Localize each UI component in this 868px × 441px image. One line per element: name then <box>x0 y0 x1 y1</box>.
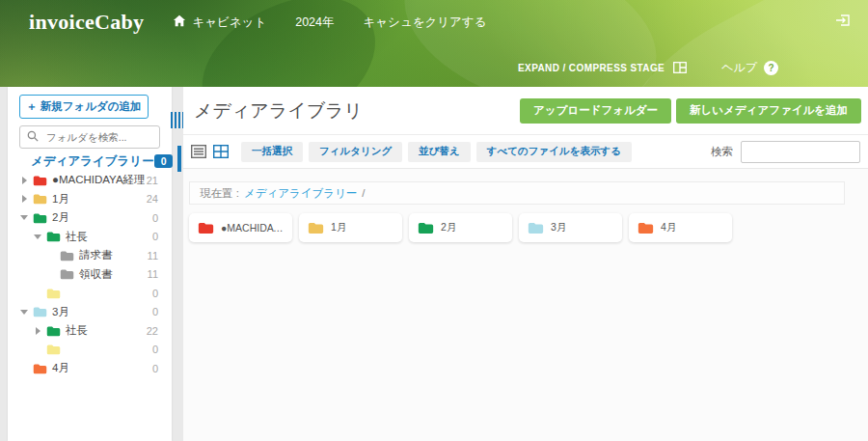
toolbar-buttons: 一括選択フィルタリング並び替えすべてのファイルを表示する <box>235 142 632 162</box>
folder-icon <box>418 221 434 234</box>
folder-icon <box>46 325 61 337</box>
folder-icon <box>46 344 61 355</box>
help-icon: ? <box>764 61 778 75</box>
media-toolbar: 一括選択フィルタリング並び替えすべてのファイルを表示する 検索 <box>183 135 868 169</box>
folder-icon <box>60 250 74 262</box>
drag-handle-icon[interactable] <box>171 112 184 128</box>
chevron-right-icon[interactable] <box>19 195 29 203</box>
folder-icon <box>46 231 61 242</box>
tree-item-label: 3月 <box>52 305 69 319</box>
folder-icon <box>198 221 214 234</box>
tree-item-1月[interactable]: 1月24 <box>8 190 172 209</box>
tree-item-count: 0 <box>152 288 158 299</box>
tree-item-label: 2月 <box>52 210 69 225</box>
tree-item-count: 0 <box>152 306 158 317</box>
expand-compress-stage-button[interactable]: EXPAND / COMPRESS STAGE <box>518 62 687 75</box>
chevron-down-icon[interactable] <box>33 234 42 239</box>
chevron-down-icon[interactable] <box>19 215 29 220</box>
tree-item-請求書[interactable]: 請求書11 <box>8 246 172 265</box>
chevron-right-icon[interactable] <box>19 177 29 184</box>
folder-icon <box>33 212 47 224</box>
folder-sidebar: ＋ 新規フォルダの追加 メディアライブラリー 0 ●MACHIDAYA経理211… <box>8 87 172 441</box>
tree-item-2月[interactable]: 2月0 <box>8 208 172 228</box>
search-icon <box>27 128 39 146</box>
folder-search-input[interactable] <box>44 130 152 144</box>
folder-cards: ●MACHIDAY...1月2月3月4月 <box>189 213 860 242</box>
folder-search-box <box>19 125 160 149</box>
header-nav: キャビネット 2024年 キャシュをクリアする <box>173 14 486 31</box>
main-panel: メディアライブラリ アップロードフォルダー 新しいメディアファイルを追加 一括選… <box>183 87 868 441</box>
upload-folder-button[interactable]: アップロードフォルダー <box>520 98 671 124</box>
add-folder-button[interactable]: ＋ 新規フォルダの追加 <box>19 95 149 119</box>
toolbar-button-一括選択[interactable]: 一括選択 <box>241 142 303 162</box>
tree-item-label: 領収書 <box>79 267 113 282</box>
expand-stage-label: EXPAND / COMPRESS STAGE <box>518 63 665 73</box>
nav-item-year[interactable]: 2024年 <box>295 14 334 31</box>
tree-item-count: 0 <box>152 363 158 374</box>
folder-icon <box>33 193 47 205</box>
tree-item-count: 11 <box>148 250 158 262</box>
tree-item-count: 24 <box>147 193 158 205</box>
toolbar-button-並び替え[interactable]: 並び替え <box>408 142 471 162</box>
header-top-row: invoiceCaby キャビネット 2024年 キャシュをクリアする <box>0 0 868 41</box>
tree-item-社長[interactable]: 社長0 <box>8 228 172 247</box>
folder-card-label: 3月 <box>551 221 566 234</box>
toolbar-button-すべてのファイルを表示する[interactable]: すべてのファイルを表示する <box>476 142 632 162</box>
list-view-icon[interactable] <box>191 145 206 158</box>
add-media-file-button[interactable]: 新しいメディアファイルを追加 <box>676 98 861 124</box>
tree-item-label: 請求書 <box>79 248 113 262</box>
tree-item-領収書[interactable]: 領収書11 <box>8 265 172 285</box>
folder-card-3月[interactable]: 3月 <box>519 213 622 242</box>
folder-card-2月[interactable]: 2月 <box>409 213 512 242</box>
breadcrumb-link-media-library[interactable]: メディアライブラリー <box>244 186 357 201</box>
chevron-down-icon[interactable] <box>19 310 29 315</box>
page-title: メディアライブラリ <box>194 98 363 124</box>
header-sub-nav: EXPAND / COMPRESS STAGE ヘルプ ? <box>518 60 778 76</box>
folder-card-4月[interactable]: 4月 <box>629 213 732 242</box>
tree-item-label: 社長 <box>66 323 88 338</box>
tree-item-●MACHIDAYA経理[interactable]: ●MACHIDAYA経理21 <box>8 171 172 190</box>
nav-item-cabinet[interactable]: キャビネット <box>173 14 266 31</box>
folder-card-label: ●MACHIDAY... <box>221 222 284 234</box>
tree-item-4月[interactable]: 4月0 <box>8 359 172 378</box>
tree-item-社長[interactable]: 社長22 <box>8 321 172 341</box>
nav-item-clear-cache[interactable]: キャシュをクリアする <box>364 14 487 31</box>
tree-item-3月[interactable]: 3月0 <box>8 303 172 322</box>
grid-view-icon[interactable] <box>213 145 229 158</box>
logout-button[interactable] <box>835 13 851 32</box>
main-content: 現在置 : メディアライブラリー / ●MACHIDAY...1月2月3月4月 <box>183 169 868 242</box>
folder-tree: ●MACHIDAYA経理211月242月0社長0請求書11領収書1103月0社長… <box>8 171 172 378</box>
tree-item-count: 22 <box>147 325 158 337</box>
search-label: 検索 <box>711 145 733 159</box>
folder-card-●MACHIDAY...[interactable]: ●MACHIDAY... <box>189 213 292 242</box>
media-library-count-badge: 0 <box>154 154 174 169</box>
chevron-right-icon[interactable] <box>33 327 42 335</box>
media-search-group: 検索 <box>711 141 860 163</box>
tree-item-count: 0 <box>152 344 158 355</box>
breadcrumb: 現在置 : メディアライブラリー / <box>189 181 845 205</box>
tree-item-unnamed[interactable]: 0 <box>8 284 172 303</box>
toolbar-button-フィルタリング[interactable]: フィルタリング <box>309 142 402 162</box>
folder-icon <box>46 288 61 299</box>
tree-item-count: 21 <box>147 175 158 186</box>
sidebar-item-media-library-root[interactable]: メディアライブラリー 0 <box>8 152 172 170</box>
expand-stage-icon <box>673 62 687 75</box>
logout-icon <box>835 13 851 32</box>
folder-icon <box>33 363 47 374</box>
folder-icon <box>308 221 324 234</box>
tree-item-label: 1月 <box>52 192 69 207</box>
help-label: ヘルプ <box>721 60 757 76</box>
folder-icon <box>528 221 544 234</box>
help-button[interactable]: ヘルプ ? <box>721 60 778 76</box>
folder-icon <box>33 175 47 186</box>
app-window: invoiceCaby キャビネット 2024年 キャシュをクリアする <box>0 0 868 441</box>
folder-card-1月[interactable]: 1月 <box>299 213 402 242</box>
app-logo[interactable]: invoiceCaby <box>29 10 144 35</box>
tree-item-label: 4月 <box>52 361 69 375</box>
tree-item-unnamed[interactable]: 0 <box>8 341 172 360</box>
nav-item-label: 2024年 <box>295 14 334 31</box>
nav-item-label: キャビネット <box>192 14 266 31</box>
media-search-input[interactable] <box>741 141 860 163</box>
tree-item-count: 0 <box>152 231 158 242</box>
media-library-root-label: メディアライブラリー <box>31 153 154 170</box>
